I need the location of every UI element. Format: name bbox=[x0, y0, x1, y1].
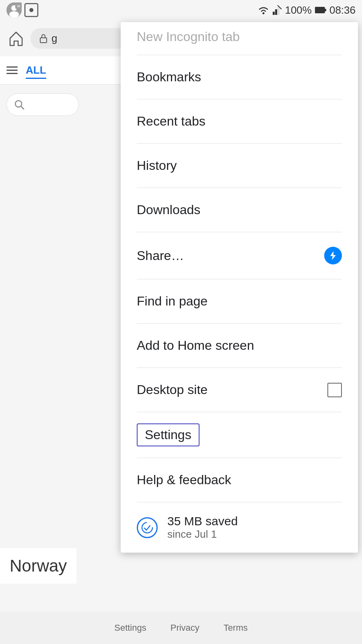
menu-item-help-feedback[interactable]: Help & feedback bbox=[121, 458, 358, 502]
search-icon bbox=[14, 99, 25, 110]
menu-item-share[interactable]: Share… bbox=[121, 232, 358, 279]
menu-item-bookmarks[interactable]: Bookmarks bbox=[121, 55, 358, 99]
svg-line-17 bbox=[21, 106, 24, 109]
norway-label: Norway bbox=[0, 548, 76, 584]
wifi-icon bbox=[257, 5, 269, 15]
search-bar[interactable] bbox=[6, 93, 79, 116]
data-saver-icon bbox=[137, 517, 158, 538]
battery-percent: 100% bbox=[285, 4, 312, 17]
data-saver-circle-icon bbox=[141, 522, 153, 534]
status-bar: ✉ 100% 08:36 bbox=[0, 0, 362, 20]
svg-point-2 bbox=[9, 11, 19, 18]
bottom-terms-link[interactable]: Terms bbox=[224, 623, 248, 633]
menu-item-add-to-home[interactable]: Add to Home screen bbox=[121, 324, 358, 367]
tab-label: g bbox=[51, 32, 57, 45]
time-display: 08:36 bbox=[329, 4, 356, 17]
home-button[interactable] bbox=[6, 29, 26, 48]
menu-item-recent-tabs[interactable]: Recent tabs bbox=[121, 99, 358, 143]
svg-rect-8 bbox=[273, 12, 275, 15]
svg-rect-13 bbox=[315, 8, 324, 12]
hamburger-button[interactable] bbox=[6, 66, 18, 74]
desktop-site-checkbox[interactable] bbox=[327, 383, 342, 397]
svg-point-6 bbox=[29, 8, 33, 12]
svg-text:✉: ✉ bbox=[17, 4, 20, 8]
messenger-bolt-icon bbox=[328, 250, 338, 261]
status-icons-left: ✉ bbox=[6, 2, 39, 18]
svg-rect-9 bbox=[275, 9, 277, 15]
messenger-icon bbox=[324, 247, 342, 264]
svg-point-7 bbox=[263, 12, 265, 14]
bottom-privacy-link[interactable]: Privacy bbox=[171, 623, 200, 633]
lock-icon bbox=[39, 33, 48, 43]
svg-point-18 bbox=[142, 522, 152, 533]
svg-rect-15 bbox=[40, 38, 47, 43]
status-info-right: 100% 08:36 bbox=[257, 4, 356, 17]
secondary-status-icon bbox=[24, 3, 39, 17]
menu-item-settings[interactable]: Settings bbox=[121, 412, 358, 458]
data-saver-text: 35 MB saved since Jul 1 bbox=[167, 514, 238, 541]
bottom-settings-link[interactable]: Settings bbox=[114, 623, 146, 633]
menu-item-history[interactable]: History bbox=[121, 144, 358, 188]
menu-item-downloads[interactable]: Downloads bbox=[121, 188, 358, 232]
signal-icon bbox=[273, 5, 282, 15]
menu-item-desktop-site[interactable]: Desktop site bbox=[121, 368, 358, 412]
bottom-bar: Settings Privacy Terms bbox=[0, 612, 362, 644]
menu-item-new-incognito-tab[interactable]: New Incognito tab bbox=[121, 22, 358, 55]
svg-rect-14 bbox=[325, 9, 326, 11]
avatar-icon: ✉ bbox=[6, 2, 22, 18]
svg-rect-10 bbox=[278, 7, 280, 15]
menu-item-find-in-page[interactable]: Find in page bbox=[121, 279, 358, 323]
battery-icon bbox=[315, 6, 326, 14]
home-icon bbox=[8, 30, 24, 46]
dropdown-menu: New Incognito tab Bookmarks Recent tabs … bbox=[121, 22, 358, 553]
data-saver-row: 35 MB saved since Jul 1 bbox=[121, 502, 358, 553]
settings-highlight: Settings bbox=[137, 423, 200, 446]
tab-all[interactable]: ALL bbox=[26, 64, 46, 76]
